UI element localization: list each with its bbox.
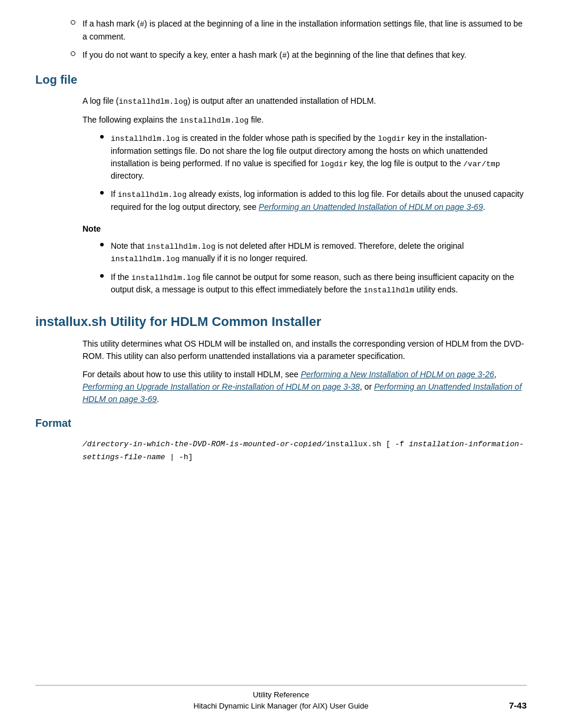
bullet-circle-icon bbox=[71, 20, 75, 25]
note-bullet-2: If the installhdlm.log file cannot be ou… bbox=[100, 271, 527, 297]
bullet-circle-icon bbox=[71, 51, 75, 56]
format-content: /directory-in-which-the-DVD-ROM-is-mount… bbox=[35, 438, 527, 464]
note-title: Note bbox=[82, 223, 527, 235]
installux-link-upgrade[interactable]: Performing an Upgrade Installation or Re… bbox=[82, 382, 360, 391]
installux-section: installux.sh Utility for HDLM Common Ins… bbox=[35, 314, 527, 406]
intro-bullet-list: If a hash mark (#) is placed at the begi… bbox=[71, 18, 527, 61]
note-bullet-1: Note that installhdlm.log is not deleted… bbox=[100, 240, 527, 265]
footer-bottom-text: Hitachi Dynamic Link Manager (for AIX) U… bbox=[35, 701, 527, 710]
logfile-bullet-2-text: If installhdlm.log already exists, log i… bbox=[111, 188, 527, 213]
footer-center-text: Utility Reference bbox=[35, 690, 527, 699]
intro-bullet-1: If a hash mark (#) is placed at the begi… bbox=[71, 18, 527, 43]
page-container: If a hash mark (#) is placed at the begi… bbox=[0, 0, 562, 728]
logfile-link-unattended[interactable]: Performing an Unattended Installation of… bbox=[259, 202, 483, 212]
logfile-bullet-list: installhdlm.log is created in the folder… bbox=[100, 132, 527, 213]
page-footer: Utility Reference Hitachi Dynamic Link M… bbox=[35, 673, 527, 710]
installux-para2: For details about how to use this utilit… bbox=[82, 368, 527, 406]
installux-link-new[interactable]: Performing a New Installation of HDLM on… bbox=[300, 370, 494, 379]
intro-bullet-1-text: If a hash mark (#) is placed at the begi… bbox=[82, 18, 527, 43]
note-bullet-2-text: If the installhdlm.log file cannot be ou… bbox=[111, 271, 527, 297]
bullet-dot-icon bbox=[100, 191, 104, 195]
logfile-section: Log file A log file (installhdlm.log) is… bbox=[35, 73, 527, 297]
logfile-bullet-1-text: installhdlm.log is created in the folder… bbox=[111, 132, 527, 182]
logfile-bullet-2: If installhdlm.log already exists, log i… bbox=[100, 188, 527, 213]
format-title: Format bbox=[35, 417, 527, 430]
bullet-dot-icon bbox=[100, 243, 104, 246]
bullet-dot-icon bbox=[100, 274, 104, 278]
intro-bullet-2: If you do not want to specify a key, ent… bbox=[71, 49, 527, 62]
note-section: Note Note that installhdlm.log is not de… bbox=[82, 223, 527, 297]
logfile-para2: The following explains the installhdlm.l… bbox=[82, 114, 527, 127]
installux-para1: This utility determines what OS HDLM wil… bbox=[82, 338, 527, 363]
installux-content: This utility determines what OS HDLM wil… bbox=[35, 338, 527, 406]
note-bullet-list: Note that installhdlm.log is not deleted… bbox=[100, 240, 527, 297]
format-code-block: /directory-in-which-the-DVD-ROM-is-mount… bbox=[82, 438, 527, 464]
logfile-para1: A log file (installhdlm.log) is output a… bbox=[82, 95, 527, 108]
installux-title: installux.sh Utility for HDLM Common Ins… bbox=[35, 314, 527, 330]
logfile-content: A log file (installhdlm.log) is output a… bbox=[35, 95, 527, 297]
format-section: Format /directory-in-which-the-DVD-ROM-i… bbox=[35, 417, 527, 464]
logfile-bullet-1: installhdlm.log is created in the folder… bbox=[100, 132, 527, 182]
footer-divider bbox=[35, 685, 527, 686]
intro-bullet-2-text: If you do not want to specify a key, ent… bbox=[82, 49, 467, 62]
note-bullet-1-text: Note that installhdlm.log is not deleted… bbox=[111, 240, 527, 265]
logfile-title: Log file bbox=[35, 73, 527, 87]
page-number: 7-43 bbox=[509, 700, 527, 710]
bullet-dot-icon bbox=[100, 135, 104, 139]
